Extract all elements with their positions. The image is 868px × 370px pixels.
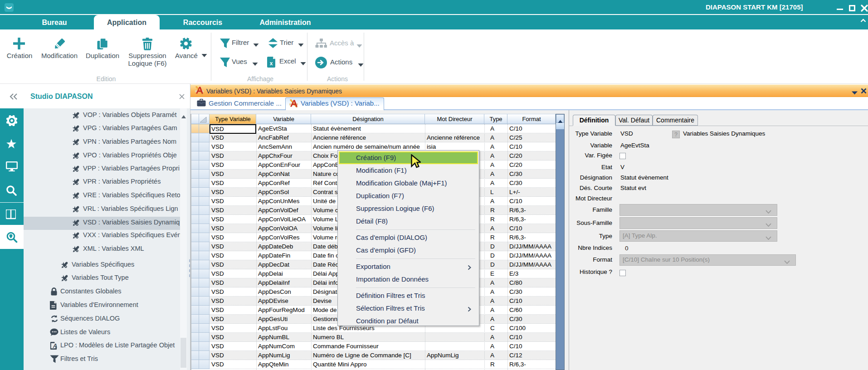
svg-text:x: x: [270, 60, 273, 67]
svg-text:A: A: [53, 342, 57, 349]
